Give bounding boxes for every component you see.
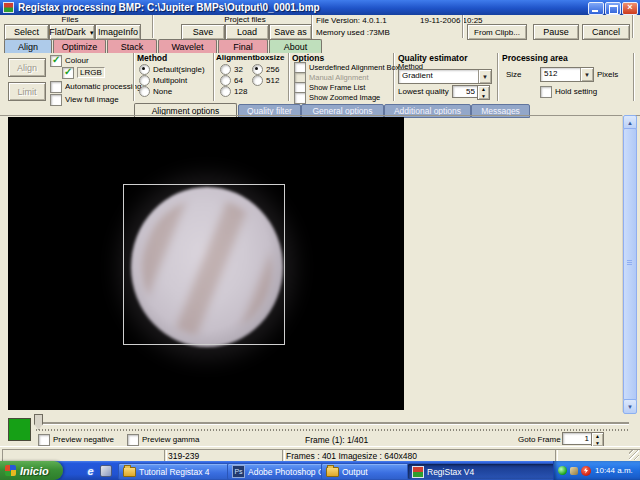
goto-frame-input[interactable] [562, 432, 592, 445]
folder-icon [326, 467, 339, 477]
radio-32[interactable]: 32 [220, 64, 243, 75]
minimize-icon[interactable] [588, 2, 604, 15]
save-button[interactable]: Save [181, 24, 225, 40]
image-scrollbar[interactable] [622, 115, 635, 412]
system-tray: 10:44 a.m. [553, 461, 640, 480]
radio-icon [220, 86, 231, 97]
size-label: Size [506, 70, 522, 79]
toolbar-divider [632, 15, 634, 38]
checkbox-icon [50, 81, 62, 93]
view-full-image-checkbox[interactable]: View full image [50, 94, 119, 105]
tab-optimize[interactable]: Optimize [53, 39, 106, 53]
toolbar-divider [152, 15, 154, 38]
hold-setting-checkbox[interactable]: Hold setting [540, 86, 597, 97]
tab-final[interactable]: Final [218, 39, 268, 53]
frame-slider-ticks [36, 429, 629, 431]
goto-frame-label: Goto Frame [518, 435, 561, 444]
frame-slider-track[interactable] [35, 422, 629, 425]
radio-icon [252, 75, 263, 86]
frame-counter-text: Frame (1): 1/401 [305, 435, 368, 445]
file-version-text: File Version: 4.0.1.1 [316, 16, 387, 25]
tab-about[interactable]: About [269, 39, 322, 53]
clock: 10:44 a.m. [595, 466, 633, 475]
windows-logo-icon [5, 465, 16, 476]
checkbox-icon [62, 67, 74, 79]
frame-image[interactable] [8, 117, 404, 410]
tab-align[interactable]: Align [4, 39, 52, 53]
align-button[interactable]: Align [8, 58, 46, 77]
files-group-label: Files [40, 15, 100, 24]
tab-stack[interactable]: Stack [107, 39, 157, 53]
status-bar: 319-239 Frames : 401 Imagesize : 640x480 [0, 446, 640, 462]
lowest-quality-stepper[interactable] [477, 85, 490, 100]
processing-size-select[interactable]: 512 [540, 67, 594, 82]
radio-256[interactable]: 256 [252, 64, 279, 75]
goto-frame-stepper[interactable] [591, 432, 604, 447]
select-button[interactable]: Select [4, 24, 49, 40]
preview-gamma-checkbox[interactable]: Preview gamma [127, 434, 199, 445]
tab-wavelet[interactable]: Wavelet [158, 39, 217, 53]
project-files-group-label: Project files [195, 15, 295, 24]
automatic-processing-checkbox[interactable]: Automatic processing [50, 81, 141, 92]
taskbar-item-photoshop[interactable]: PsAdobe Photoshop CS3 [227, 463, 327, 480]
taskbar-item-registax[interactable]: RegiStax V4 [407, 463, 565, 480]
quality-indicator [8, 418, 31, 441]
alignment-box[interactable] [123, 184, 285, 345]
tray-green-icon[interactable] [558, 466, 567, 475]
scrollbar-thumb[interactable] [623, 128, 637, 401]
radio-64[interactable]: 64 [220, 75, 243, 86]
taskbar-item-tutorial[interactable]: Tutorial Registax 4 [118, 463, 232, 480]
radio-icon [220, 75, 231, 86]
registax-app-icon [412, 466, 424, 478]
radio-default-single[interactable]: Default(single) [139, 64, 205, 75]
window-title: Registax processing BMP: C:\Jupiter BMPs… [18, 2, 320, 13]
limit-button[interactable]: Limit [8, 82, 46, 101]
flat-dark-button[interactable]: Flat/Dark [49, 24, 95, 40]
tray-app-icon[interactable] [570, 467, 578, 475]
checkbox-icon [127, 434, 139, 446]
spin-down-icon[interactable] [478, 93, 489, 100]
chevron-down-icon[interactable] [580, 68, 593, 81]
chevron-down-icon[interactable] [478, 70, 491, 83]
close-icon[interactable]: × [622, 2, 638, 15]
memory-used-text: Memory used :73MB [316, 28, 390, 37]
radio-512[interactable]: 512 [252, 75, 279, 86]
from-clipboard-button[interactable]: From Clipb... [467, 24, 527, 40]
colour-checkbox[interactable]: Colour [50, 55, 89, 66]
checkbox-icon [38, 434, 50, 446]
radio-128[interactable]: 128 [220, 86, 247, 97]
show-zoomed-image-checkbox[interactable]: Show Zoomed Image [294, 92, 380, 103]
radio-icon [220, 64, 231, 75]
lowest-quality-label: Lowest quality [398, 87, 449, 96]
preview-negative-checkbox[interactable]: Preview negative [38, 434, 114, 445]
resize-grip-icon[interactable] [629, 450, 639, 460]
start-button[interactable]: Inicio [0, 461, 63, 480]
quality-method-select[interactable]: Gradient [398, 69, 492, 84]
imageinfo-button[interactable]: ImageInfo [95, 24, 141, 40]
panel-divider [288, 53, 290, 101]
checkbox-icon [50, 94, 62, 106]
panel-divider [497, 53, 499, 101]
radio-none[interactable]: None [139, 86, 172, 97]
taskbar-item-output[interactable]: Output [321, 463, 413, 480]
pause-button[interactable]: Pause [533, 24, 579, 40]
frame-slider-thumb[interactable] [34, 414, 43, 430]
method-group-title: Method [137, 53, 167, 63]
cancel-button[interactable]: Cancel [582, 24, 630, 40]
quick-launch-icon[interactable] [99, 464, 112, 477]
save-as-button[interactable]: Save as [269, 24, 312, 40]
toolbar-divider [462, 15, 464, 38]
load-button[interactable]: Load [225, 24, 269, 40]
panel-divider [633, 53, 635, 101]
registax-window: Registax processing BMP: C:\Jupiter BMPs… [0, 0, 640, 480]
lowest-quality-input[interactable] [452, 85, 478, 98]
tray-alert-icon[interactable] [581, 466, 591, 476]
taskbar: Inicio e Tutorial Registax 4 PsAdobe Pho… [0, 461, 640, 480]
lrgb-checkbox[interactable]: LRGB [62, 67, 105, 78]
internet-explorer-icon[interactable]: e [84, 464, 97, 477]
radio-multipoint[interactable]: Multipoint [139, 75, 187, 86]
maximize-icon[interactable] [605, 2, 621, 15]
radio-icon [252, 64, 263, 75]
scroll-down-icon[interactable] [623, 399, 637, 414]
window-controls: × [588, 2, 638, 15]
